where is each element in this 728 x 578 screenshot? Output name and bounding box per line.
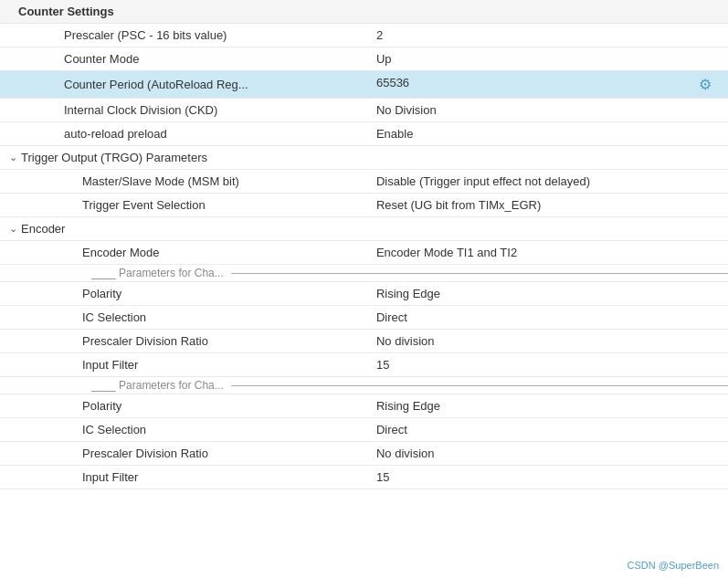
internal-clock-value: No Division <box>369 99 728 122</box>
trigger-event-row: Trigger Event Selection Reset (UG bit fr… <box>0 194 728 217</box>
prescaler-label: Prescaler (PSC - 16 bits value) <box>0 24 369 47</box>
trgo-section-label: ⌄ Trigger Output (TRGO) Parameters <box>9 151 721 164</box>
counter-mode-row: Counter Mode Up <box>0 47 728 71</box>
input-filter1-row: Input Filter 15 <box>0 353 728 377</box>
internal-clock-row: Internal Clock Division (CKD) No Divisio… <box>0 99 728 122</box>
polarity2-label: Polarity <box>0 394 369 418</box>
params-separator1-line: ____ Parameters for Cha... <box>0 267 728 279</box>
counter-settings-title: Counter Settings <box>18 5 114 18</box>
input-filter1-label: Input Filter <box>0 353 369 377</box>
trgo-header-row: ⌄ Trigger Output (TRGO) Parameters <box>0 146 728 170</box>
prescaler-value: 2 <box>369 24 728 47</box>
internal-clock-label: Internal Clock Division (CKD) <box>0 99 369 122</box>
ic-selection2-label: IC Selection <box>0 418 369 442</box>
counter-mode-label: Counter Mode <box>0 47 369 71</box>
prescaler-ratio2-label: Prescaler Division Ratio <box>0 442 369 466</box>
auto-reload-value: Enable <box>369 122 728 146</box>
auto-reload-row: auto-reload preload Enable <box>0 122 728 146</box>
encoder-mode-row: Encoder Mode Encoder Mode TI1 and TI2 <box>0 241 728 265</box>
encoder-mode-label: Encoder Mode <box>0 241 369 265</box>
prescaler-ratio2-row: Prescaler Division Ratio No division <box>0 442 728 466</box>
ic-selection2-row: IC Selection Direct <box>0 418 728 442</box>
polarity1-value: Rising Edge <box>369 282 728 306</box>
counter-period-input[interactable] <box>376 76 449 89</box>
params-separator2: ____ Parameters for Cha... <box>0 377 728 394</box>
encoder-label-text: Encoder <box>21 222 65 236</box>
prescaler-ratio1-row: Prescaler Division Ratio No division <box>0 330 728 353</box>
params-separator2-row: ____ Parameters for Cha... <box>0 377 728 394</box>
polarity2-row: Polarity Rising Edge <box>0 394 728 418</box>
polarity2-value: Rising Edge <box>369 394 728 418</box>
trgo-section-header: ⌄ Trigger Output (TRGO) Parameters <box>0 146 728 170</box>
prescaler-ratio1-label: Prescaler Division Ratio <box>0 330 369 353</box>
gear-icon[interactable]: ⚙ <box>699 76 712 93</box>
ic-selection1-label: IC Selection <box>0 306 369 330</box>
encoder-section-header: ⌄ Encoder <box>0 217 728 241</box>
encoder-header-row: ⌄ Encoder <box>0 217 728 241</box>
counter-period-label: Counter Period (AutoReload Reg... <box>0 71 369 99</box>
params-separator1-row: ____ Parameters for Cha... <box>0 265 728 282</box>
params-cha1-label: ____ Parameters for Cha... <box>91 267 224 279</box>
trigger-event-value: Reset (UG bit from TIMx_EGR) <box>369 194 728 217</box>
main-container: Counter Settings Prescaler (PSC - 16 bit… <box>0 0 728 578</box>
encoder-chevron[interactable]: ⌄ <box>9 223 17 235</box>
msm-value: Disable (Trigger input effect not delaye… <box>369 170 728 194</box>
input-filter1-value: 15 <box>369 353 728 377</box>
params-separator2-line: ____ Parameters for Cha... <box>0 379 728 392</box>
params-separator1: ____ Parameters for Cha... <box>0 265 728 282</box>
counter-mode-value: Up <box>369 47 728 71</box>
ic-selection2-value: Direct <box>369 418 728 442</box>
prescaler-ratio2-value: No division <box>369 442 728 466</box>
counter-settings-header: Counter Settings <box>0 0 728 24</box>
input-filter2-value: 15 <box>369 466 728 489</box>
input-filter2-label: Input Filter <box>0 466 369 489</box>
polarity1-row: Polarity Rising Edge <box>0 282 728 306</box>
msm-label: Master/Slave Mode (MSM bit) <box>0 170 369 194</box>
property-table: Counter Settings Prescaler (PSC - 16 bit… <box>0 0 728 489</box>
msm-row: Master/Slave Mode (MSM bit) Disable (Tri… <box>0 170 728 194</box>
prescaler-row: Prescaler (PSC - 16 bits value) 2 <box>0 24 728 47</box>
prescaler-ratio1-value: No division <box>369 330 728 353</box>
encoder-section-label: ⌄ Encoder <box>9 222 721 236</box>
trgo-label-text: Trigger Output (TRGO) Parameters <box>21 151 207 164</box>
counter-settings-header-row: Counter Settings <box>0 0 728 24</box>
ic-selection1-row: IC Selection Direct <box>0 306 728 330</box>
trigger-event-label: Trigger Event Selection <box>0 194 369 217</box>
params-cha2-label: ____ Parameters for Cha... <box>91 379 224 392</box>
trgo-chevron[interactable]: ⌄ <box>9 152 17 163</box>
encoder-mode-value: Encoder Mode TI1 and TI2 <box>369 241 728 265</box>
ic-selection1-value: Direct <box>369 306 728 330</box>
auto-reload-label: auto-reload preload <box>0 122 369 146</box>
input-filter2-row: Input Filter 15 <box>0 466 728 489</box>
watermark-text: CSDN @SuperBeen <box>628 560 719 571</box>
counter-period-value-cell: ⚙ <box>369 71 728 99</box>
polarity1-label: Polarity <box>0 282 369 306</box>
counter-period-row[interactable]: Counter Period (AutoReload Reg... ⚙ <box>0 71 728 99</box>
